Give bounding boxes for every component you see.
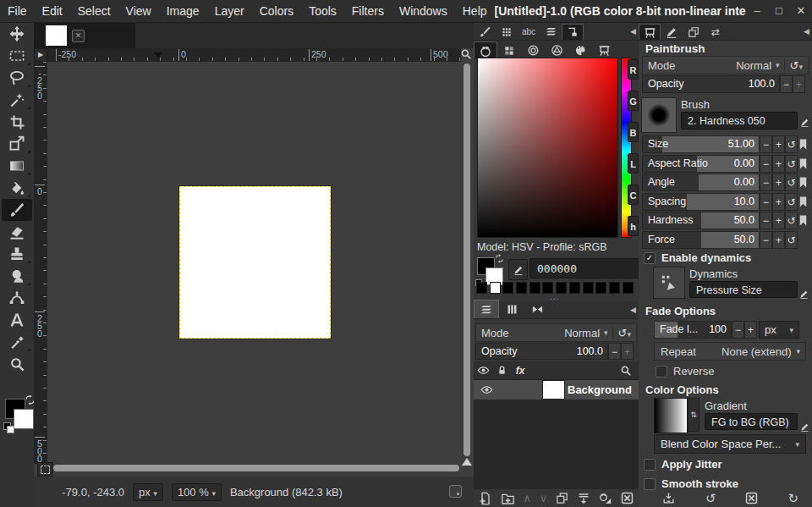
color-history-swatch[interactable] bbox=[502, 282, 513, 294]
color-history-swatch[interactable] bbox=[490, 282, 501, 294]
layer-opacity-row[interactable]: Opacity 100.0 − + bbox=[475, 343, 637, 360]
blend-color-space-dropdown[interactable]: Blend Color Space Per... ▾ bbox=[654, 434, 806, 454]
navigation-preview-icon[interactable] bbox=[449, 485, 462, 498]
save-tool-preset-button[interactable] bbox=[662, 492, 675, 504]
tab-color-wheel[interactable] bbox=[545, 42, 568, 58]
background-color-swatch[interactable] bbox=[14, 409, 34, 429]
tool-text[interactable] bbox=[2, 309, 32, 331]
delete-layer-button[interactable] bbox=[621, 492, 634, 504]
paint-mode-value[interactable]: Normal bbox=[736, 59, 771, 72]
menu-select[interactable]: Select bbox=[70, 0, 118, 22]
increase-button[interactable]: + bbox=[772, 155, 785, 173]
zoom-dropdown[interactable]: 100 % ▾ bbox=[172, 483, 222, 501]
reset-button[interactable]: ↺ bbox=[785, 212, 798, 229]
quick-mask-toggle[interactable] bbox=[37, 462, 53, 477]
tab-color-palette[interactable] bbox=[568, 42, 592, 58]
apply-jitter-row[interactable]: Apply Jitter bbox=[644, 458, 722, 471]
edit-brush-icon[interactable] bbox=[800, 118, 809, 127]
hue-strip[interactable] bbox=[621, 58, 632, 238]
increase-button[interactable]: + bbox=[772, 174, 785, 191]
menu-layer[interactable]: Layer bbox=[207, 0, 252, 22]
tab-layers[interactable] bbox=[474, 300, 499, 318]
reset-button[interactable]: ↺ bbox=[785, 135, 798, 153]
tool-move[interactable] bbox=[2, 23, 32, 45]
menu-file[interactable]: File bbox=[0, 0, 35, 22]
delete-preset-button[interactable] bbox=[745, 492, 758, 504]
tab-channels[interactable] bbox=[499, 300, 524, 318]
tab-menu-button[interactable]: ◀ bbox=[630, 27, 636, 36]
layer-mode-switch-button[interactable]: ↺▾ bbox=[612, 327, 636, 339]
brush-thumbnail[interactable] bbox=[641, 97, 677, 133]
color-history-swatch[interactable] bbox=[569, 282, 580, 294]
dynamics-thumbnail[interactable] bbox=[653, 267, 685, 299]
zoom-follow-window-toggle[interactable] bbox=[460, 48, 474, 62]
reset-button[interactable]: ↺ bbox=[785, 155, 798, 173]
angle-slider[interactable]: Angle0.00 bbox=[642, 174, 760, 191]
channel-button-b[interactable]: B bbox=[628, 122, 639, 142]
link-to-brush-icon[interactable] bbox=[798, 155, 809, 173]
decrease-button[interactable]: − bbox=[760, 174, 772, 191]
increase-button[interactable]: + bbox=[772, 135, 785, 153]
decrease-button[interactable]: − bbox=[760, 193, 772, 211]
menu-windows[interactable]: Windows bbox=[392, 0, 455, 22]
reverse-row[interactable]: Reverse bbox=[656, 365, 714, 377]
menu-colors[interactable]: Colors bbox=[252, 0, 301, 22]
vertical-scrollbar[interactable] bbox=[461, 62, 474, 464]
saturation-value-square[interactable] bbox=[477, 58, 618, 238]
tab-tool-options[interactable] bbox=[639, 24, 661, 40]
tool-paintbrush[interactable] bbox=[2, 199, 32, 221]
tab-menu-button[interactable]: ◀ bbox=[804, 27, 809, 36]
horizontal-ruler[interactable]: -250 0 250 500 bbox=[47, 48, 461, 62]
horizontal-scrollbar[interactable] bbox=[53, 462, 461, 474]
canvas-viewport[interactable] bbox=[47, 62, 461, 464]
fade-increase-button[interactable]: + bbox=[744, 321, 757, 339]
repeat-row[interactable]: Repeat None (extend) ▾ bbox=[654, 342, 806, 361]
enable-dynamics-row[interactable]: ✓ Enable dynamics bbox=[644, 251, 751, 264]
vertical-scrollbar-thumb[interactable] bbox=[464, 63, 470, 456]
maximize-button[interactable]: □ bbox=[768, 0, 790, 22]
layer-mode-value[interactable]: Normal bbox=[564, 327, 600, 339]
raise-layer-button[interactable]: ∧ bbox=[523, 492, 531, 504]
increase-button[interactable]: + bbox=[772, 193, 785, 211]
layer-list-empty-area[interactable] bbox=[474, 400, 639, 489]
color-history-swatch[interactable] bbox=[583, 282, 594, 294]
menu-tools[interactable]: Tools bbox=[301, 0, 344, 22]
default-colors-icon[interactable] bbox=[7, 426, 14, 433]
tool-paths[interactable] bbox=[2, 287, 32, 309]
link-to-brush-icon[interactable] bbox=[798, 193, 809, 211]
opacity-increase-button[interactable]: + bbox=[793, 75, 805, 93]
layer-visibility-toggle[interactable] bbox=[480, 383, 493, 396]
resize-grip[interactable]: ... bbox=[550, 292, 559, 301]
link-to-brush-icon[interactable] bbox=[798, 212, 809, 229]
size-slider[interactable]: Size51.00 bbox=[642, 135, 760, 153]
tab-gradients[interactable] bbox=[540, 24, 562, 40]
unit-dropdown[interactable]: px ▾ bbox=[133, 483, 163, 501]
tab-images[interactable]: ⇄ bbox=[705, 24, 727, 40]
tool-smudge[interactable] bbox=[2, 265, 32, 287]
apply-jitter-checkbox[interactable] bbox=[644, 459, 656, 471]
layer-opacity-slider[interactable]: Opacity 100.0 bbox=[475, 343, 608, 360]
channel-button-c[interactable]: C bbox=[628, 185, 639, 205]
color-history-swatch[interactable] bbox=[516, 282, 527, 294]
opacity-decrease-button[interactable]: − bbox=[608, 343, 621, 360]
hardness-slider[interactable]: Hardness50.0 bbox=[642, 212, 760, 229]
layer-row-background[interactable]: Background bbox=[474, 380, 639, 400]
tab-color-watercolor[interactable] bbox=[521, 42, 545, 58]
swap-colors-icon[interactable] bbox=[495, 254, 504, 263]
tool-fuzzy-select[interactable] bbox=[2, 89, 32, 111]
decrease-button[interactable]: − bbox=[760, 212, 772, 229]
vertical-ruler[interactable]: -250 0 250 500 bbox=[34, 62, 47, 464]
force-slider[interactable]: Force50.0 bbox=[642, 231, 760, 249]
aspect-ratio-slider[interactable]: Aspect Ratio0.00 bbox=[642, 155, 760, 173]
enable-dynamics-checkbox[interactable]: ✓ bbox=[644, 252, 656, 264]
menu-image[interactable]: Image bbox=[159, 0, 207, 22]
tool-free-select[interactable] bbox=[2, 67, 32, 89]
edit-dynamics-icon[interactable] bbox=[799, 289, 809, 299]
link-to-brush-icon[interactable] bbox=[798, 174, 809, 191]
tab-paths[interactable] bbox=[524, 300, 550, 318]
repeat-value[interactable]: None (extend) bbox=[721, 345, 791, 358]
tool-rectangle-select[interactable] bbox=[2, 45, 32, 67]
ruler-corner-menu-button[interactable]: ▶ bbox=[34, 48, 47, 62]
smooth-stroke-checkbox[interactable] bbox=[644, 478, 656, 490]
tab-device-status[interactable] bbox=[661, 24, 683, 40]
